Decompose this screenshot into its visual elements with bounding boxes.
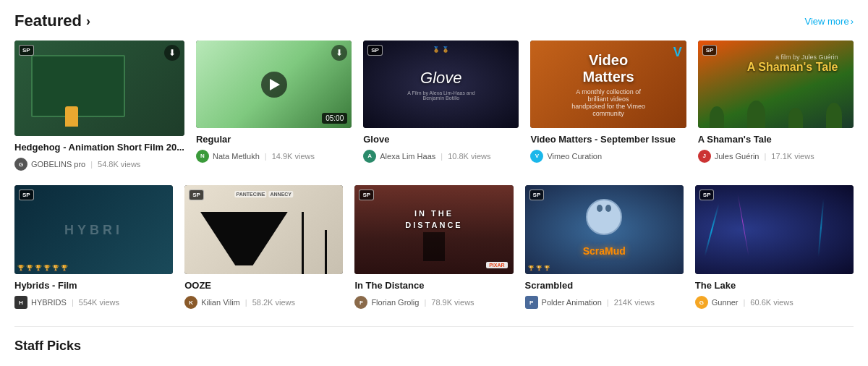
thumbnail-lake[interactable]: SP [695, 185, 854, 274]
sp-badge-lake: SP [699, 190, 715, 200]
video-matters-overlay: Video Matters A monthly collection of br… [569, 52, 647, 117]
sp-badge-glove: SP [367, 45, 383, 56]
views-hedgehog: 54.8K views [98, 160, 140, 169]
creator-shamans: Jules Guérin [715, 152, 760, 161]
card-meta-lake: G Gunner | 60.6K views [695, 296, 854, 309]
card-hedgehog[interactable]: SP ⬇ Hedgehog - Animation Short Film 20.… [14, 41, 184, 174]
views-lake: 60.6K views [750, 298, 793, 307]
card-meta-regular: N Nata Metlukh | 14.9K views [196, 150, 352, 163]
view-more-link[interactable]: View more › [804, 16, 854, 27]
creator-distance: Florian Grolig [371, 298, 419, 307]
card-hybrids[interactable]: HYBRI SP 🏆 🏆 🏆 🏆 🏆 🏆 Hybrids - Film H HY… [14, 185, 173, 312]
thumbnail-glove[interactable]: Glove A Film by Alexa Lim-Haas and Benja… [363, 41, 519, 128]
featured-label: Featured [14, 12, 82, 30]
page-wrapper: Featured › View more › SP ⬇ [0, 0, 868, 365]
creator-hybrids: HYBRIDS [31, 298, 67, 307]
section-title: Featured › [14, 12, 90, 30]
card-regular[interactable]: ⬇ 05:00 Regular N Nata Metlukh | 14.9K v… [196, 41, 352, 174]
thumbnail-distance[interactable]: IN THEDISTANCE PIXAR SP [354, 185, 513, 274]
card-meta-video-matters: V Vimeo Curation [530, 150, 686, 163]
card-title-video-matters: Video Matters - September Issue [530, 134, 686, 146]
card-lake[interactable]: SP The Lake G Gunner | 60.6K views [695, 185, 854, 312]
thumbnail-hedgehog[interactable]: SP ⬇ [14, 41, 184, 136]
card-title-shamans: A Shaman's Tale [698, 134, 854, 146]
sp-badge: SP [19, 45, 34, 56]
card-title-glove: Glove [363, 134, 519, 146]
views-regular: 14.9K views [272, 152, 315, 161]
sp-badge-shamans: SP [702, 45, 718, 56]
section-header: Featured › View more › [14, 12, 854, 30]
thumbnail-regular[interactable]: ⬇ 05:00 [196, 41, 352, 128]
avatar-hybrids: H [14, 296, 27, 309]
creator-glove: Alexa Lim Haas [380, 152, 435, 161]
card-title-hybrids: Hybrids - Film [14, 280, 173, 292]
card-info-ooze: OOZE K Kilian Vilim | 58.2K views [184, 274, 343, 312]
avatar-regular: N [196, 150, 209, 163]
avatar-ooze: K [184, 296, 197, 309]
card-info-glove: Glove A Alexa Lim Haas | 10.8K views [363, 128, 519, 166]
avatar-distance: F [354, 296, 367, 309]
section-title-arrow: › [86, 14, 90, 29]
sp-badge-hybrids: SP [19, 190, 34, 200]
sp-badge-scrambled: SP [529, 190, 545, 200]
thumbnail-hybrids[interactable]: HYBRI SP 🏆 🏆 🏆 🏆 🏆 🏆 [14, 185, 173, 274]
views-ooze: 58.2K views [252, 298, 295, 307]
thumbnail-video-matters[interactable]: Video Matters A monthly collection of br… [530, 41, 686, 128]
thumbnail-shamans[interactable]: a film by Jules Guérin A Shaman's Tale S… [698, 41, 854, 128]
view-more-label: View more [804, 16, 848, 27]
avatar-hedgehog: G [14, 158, 27, 171]
avatar-glove: A [363, 150, 376, 163]
view-more-arrow: › [851, 16, 854, 27]
creator-lake: Gunner [712, 298, 739, 307]
card-title-hedgehog: Hedgehog - Animation Short Film 20... [14, 142, 184, 154]
avatar-lake: G [695, 296, 708, 309]
card-distance[interactable]: IN THEDISTANCE PIXAR SP In The Distance … [354, 185, 513, 312]
card-shamans[interactable]: a film by Jules Guérin A Shaman's Tale S… [698, 41, 854, 174]
views-shamans: 17.1K views [771, 152, 814, 161]
card-meta-hybrids: H HYBRIDS | 554K views [14, 296, 173, 309]
card-ooze[interactable]: PANTECINE ANNECY SP OOZE K Kilian Vilim … [184, 185, 343, 312]
views-scrambled: 214K views [614, 298, 655, 307]
sp-badge-distance: SP [359, 190, 374, 200]
thumbnail-scrambled[interactable]: ScraMud SP 🏆 🏆 🏆 [525, 185, 684, 274]
card-title-regular: Regular [196, 134, 352, 146]
card-info-regular: Regular N Nata Metlukh | 14.9K views [196, 128, 352, 166]
views-distance: 78.9K views [431, 298, 474, 307]
views-glove: 10.8K views [448, 152, 490, 161]
card-title-lake: The Lake [695, 280, 854, 292]
download-icon[interactable]: ⬇ [164, 45, 180, 61]
vimeo-logo: V [673, 45, 682, 60]
card-info-shamans: A Shaman's Tale J Jules Guérin | 17.1K v… [698, 128, 854, 166]
card-info-distance: In The Distance F Florian Grolig | 78.9K… [354, 274, 513, 312]
creator-scrambled: Polder Animation [542, 298, 602, 307]
section-divider [14, 326, 854, 327]
card-meta-shamans: J Jules Guérin | 17.1K views [698, 150, 854, 163]
sp-badge-ooze: SP [189, 190, 204, 200]
card-meta-distance: F Florian Grolig | 78.9K views [354, 296, 513, 309]
video-grid-row1: SP ⬇ Hedgehog - Animation Short Film 20.… [14, 41, 854, 174]
play-button-regular[interactable] [261, 72, 287, 98]
duration-regular: 05:00 [322, 113, 347, 124]
bottom-section: Staff Picks [14, 339, 854, 354]
video-grid-row2: HYBRI SP 🏆 🏆 🏆 🏆 🏆 🏆 Hybrids - Film H HY… [14, 185, 854, 312]
card-title-distance: In The Distance [354, 280, 513, 292]
card-scrambled[interactable]: ScraMud SP 🏆 🏆 🏆 Scrambled P Polder Anim… [525, 185, 684, 312]
card-info-video-matters: Video Matters - September Issue V Vimeo … [530, 128, 686, 166]
creator-ooze: Kilian Vilim [201, 298, 240, 307]
card-glove[interactable]: Glove A Film by Alexa Lim-Haas and Benja… [363, 41, 519, 174]
card-title-scrambled: Scrambled [525, 280, 684, 292]
creator-regular: Nata Metlukh [213, 152, 260, 161]
avatar-shamans: J [698, 150, 711, 163]
card-meta-scrambled: P Polder Animation | 214K views [525, 296, 684, 309]
thumbnail-ooze[interactable]: PANTECINE ANNECY SP [184, 185, 343, 274]
creator-hedgehog: GOBELINS pro [31, 160, 85, 169]
card-meta-ooze: K Kilian Vilim | 58.2K views [184, 296, 343, 309]
card-title-ooze: OOZE [184, 280, 343, 292]
card-info-hybrids: Hybrids - Film H HYBRIDS | 554K views [14, 274, 173, 312]
card-video-matters[interactable]: Video Matters A monthly collection of br… [530, 41, 686, 174]
card-meta-glove: A Alexa Lim Haas | 10.8K views [363, 150, 519, 163]
avatar-video-matters: V [530, 150, 543, 163]
card-meta-hedgehog: G GOBELINS pro | 54.8K views [14, 158, 184, 171]
card-info-scrambled: Scrambled P Polder Animation | 214K view… [525, 274, 684, 312]
card-info-hedgehog: Hedgehog - Animation Short Film 20... G … [14, 136, 184, 174]
